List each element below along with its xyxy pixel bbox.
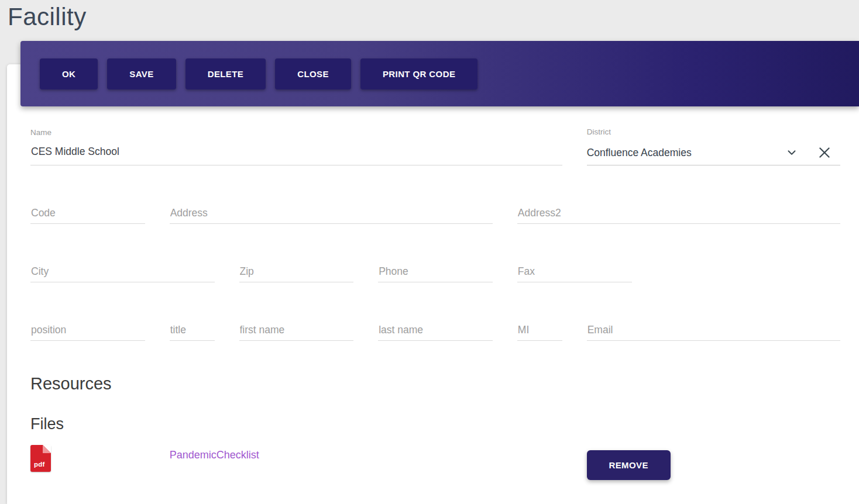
email-input[interactable] (587, 323, 840, 341)
form-row-address (30, 206, 840, 224)
last-name-input[interactable] (378, 323, 493, 341)
zip-input[interactable] (239, 265, 354, 282)
ok-button[interactable]: OK (40, 58, 98, 89)
form-row-city (30, 265, 840, 282)
address2-input[interactable] (517, 206, 840, 224)
pdf-file-icon: pdf (30, 445, 51, 472)
save-button[interactable]: SAVE (107, 58, 176, 89)
page-title: Facility (8, 3, 87, 31)
close-button[interactable]: CLOSE (275, 58, 351, 89)
file-name-cell: PandemicChecklist (170, 445, 562, 461)
chevron-down-icon[interactable] (785, 146, 798, 159)
pdf-icon-label: pdf (34, 461, 44, 468)
facility-form: Name District Confluence Academies (7, 64, 859, 480)
first-name-input[interactable] (239, 323, 354, 341)
form-row-contact (30, 323, 840, 341)
form-row-name-district: Name District Confluence Academies (30, 127, 840, 165)
files-heading: Files (30, 415, 840, 433)
address-input[interactable] (170, 206, 493, 224)
file-link[interactable]: PandemicChecklist (170, 449, 259, 461)
file-thumbnail-cell: pdf (30, 445, 145, 472)
name-label: Name (30, 128, 562, 137)
district-field: District Confluence Academies (587, 127, 840, 165)
position-input[interactable] (30, 323, 145, 341)
close-icon[interactable] (817, 145, 832, 160)
toolbar: OK SAVE DELETE CLOSE PRINT QR CODE (20, 41, 859, 106)
file-row: pdf PandemicChecklist REMOVE (30, 445, 840, 480)
resources-heading: Resources (30, 374, 840, 393)
mi-input[interactable] (517, 323, 562, 341)
delete-button[interactable]: DELETE (185, 58, 266, 89)
print-qr-code-button[interactable]: PRINT QR CODE (360, 58, 477, 89)
facility-card: Name District Confluence Academies (7, 64, 859, 504)
name-field: Name (30, 128, 562, 165)
code-input[interactable] (30, 206, 145, 224)
title-input[interactable] (170, 323, 215, 341)
district-label: District (587, 127, 840, 137)
district-value[interactable]: Confluence Academies (587, 144, 785, 161)
name-input[interactable] (30, 145, 562, 165)
district-select[interactable]: Confluence Academies (587, 144, 840, 165)
city-input[interactable] (30, 265, 215, 282)
fax-input[interactable] (517, 265, 632, 282)
phone-input[interactable] (378, 265, 493, 282)
remove-button[interactable]: REMOVE (587, 450, 671, 480)
